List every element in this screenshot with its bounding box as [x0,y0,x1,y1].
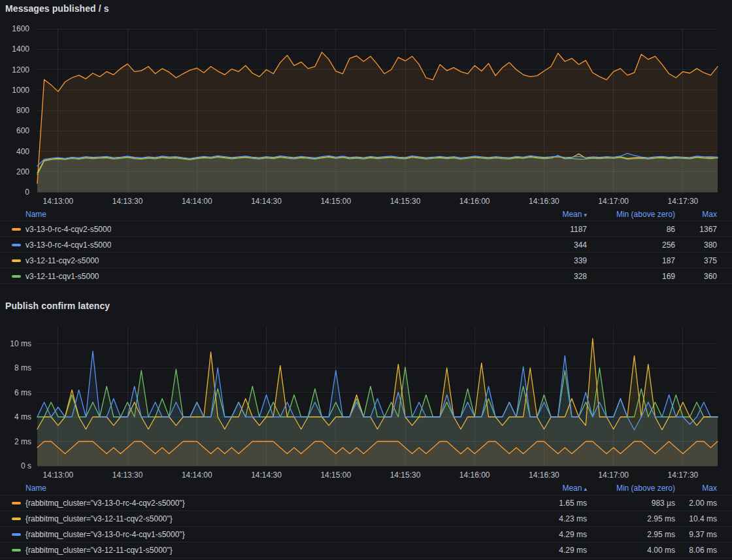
x-axis-tick-label: 14:17:00 [598,197,629,206]
legend-row: {rabbitmq_cluster="v3-12-11-cqv2-s5000"}… [0,511,732,527]
legend-mean-value: 339 [508,256,587,265]
legend-series-toggle[interactable]: v3-12-11-cqv1-s5000 [12,272,508,281]
legend-series-toggle[interactable]: {rabbitmq_cluster="v3-13-0-rc-4-cqv1-s50… [12,530,508,539]
grafana-dashboard: { "panels": [ { "title": "Messages publi… [0,0,732,560]
legend-row: v3-12-11-cqv1-s5000 328 169 360 [0,269,732,284]
x-axis-tick-label: 14:14:00 [182,197,212,206]
x-axis-tick-label: 14:15:30 [390,197,421,206]
legend-header-min[interactable]: Min (above zero) [587,210,675,219]
legend-max-value: 10.4 ms [675,514,717,523]
panel-title-messages-published[interactable]: Messages published / s [5,3,109,14]
y-axis-tick-label: 6 ms [14,388,31,397]
legend-series-toggle[interactable]: v3-12-11-cqv2-s5000 [12,256,508,265]
legend-header-max[interactable]: Max [675,210,717,219]
x-axis-tick-label: 14:16:30 [529,470,559,480]
series-color-swatch [12,244,21,246]
legend-header-row: Name Mean▴ Min (above zero) Max [0,482,732,495]
x-axis-tick-label: 14:15:00 [320,470,351,480]
legend-max-value: 375 [675,256,717,265]
legend-max-value: 9.37 ms [675,530,717,539]
y-axis-tick-label: 400 [16,147,29,156]
y-axis-tick-label: 600 [16,126,29,135]
series-color-swatch [12,518,21,520]
legend-mean-value: 4.29 ms [508,530,587,539]
y-axis-tick-label: 0 s [21,461,31,470]
legend-header-name[interactable]: Name [25,210,508,219]
series-color-swatch [12,259,21,262]
legend-series-toggle[interactable]: v3-13-0-rc-4-cqv2-s5000 [12,225,508,234]
y-axis-tick-label: 800 [16,106,29,115]
y-axis-tick-label: 0 [25,188,29,197]
legend-messages-published: Name Mean▾ Min (above zero) Max v3-13-0-… [0,208,732,284]
y-axis-tick-label: 1600 [12,24,29,33]
x-axis-tick-label: 14:17:00 [598,470,629,480]
x-axis-tick-label: 14:13:00 [43,197,74,206]
x-axis-tick-label: 14:13:30 [112,197,143,206]
y-axis-tick-label: 200 [16,167,29,176]
legend-max-value: 2.00 ms [675,499,717,508]
legend-series-toggle[interactable]: v3-13-0-rc-4-cqv1-s5000 [12,240,508,250]
publish-confirm-latency-chart[interactable]: 0 s2 ms4 ms6 ms8 ms10 ms14:13:0014:13:30… [0,317,732,480]
series-color-swatch [12,502,21,504]
y-axis-tick-label: 1200 [12,65,29,74]
legend-header-mean[interactable]: Mean▴ [508,484,587,493]
legend-min-value: 983 µs [587,499,675,508]
x-axis-tick-label: 14:14:30 [251,470,282,480]
legend-header-max[interactable]: Max [675,484,717,493]
legend-max-value: 1367 [675,225,717,234]
legend-min-value: 86 [587,225,675,234]
legend-mean-value: 328 [508,272,587,281]
legend-row: {rabbitmq_cluster="v3-13-0-rc-4-cqv2-s50… [0,495,732,511]
legend-max-value: 380 [675,240,717,250]
legend-min-value: 169 [587,272,675,281]
legend-mean-value: 1187 [508,225,587,234]
x-axis-tick-label: 14:17:30 [668,470,699,480]
messages-published-chart[interactable]: 0200400600800100012001400160014:13:0014:… [0,24,732,208]
x-axis-tick-label: 14:14:30 [251,197,282,206]
legend-max-value: 360 [675,272,717,281]
series-color-swatch [12,228,21,231]
legend-mean-value: 344 [508,240,587,250]
series-color-swatch [12,549,21,552]
x-axis-tick-label: 14:15:00 [320,197,351,206]
legend-mean-value: 1.65 ms [508,499,587,508]
legend-max-value: 8.06 ms [675,546,717,555]
x-axis-tick-label: 14:15:30 [390,470,421,480]
x-axis-tick-label: 14:17:30 [668,197,699,206]
legend-min-value: 4.00 ms [587,546,675,555]
legend-series-toggle[interactable]: {rabbitmq_cluster="v3-12-11-cqv1-s5000"} [12,546,508,555]
legend-row: v3-12-11-cqv2-s5000 339 187 375 [0,253,732,269]
legend-row: v3-13-0-rc-4-cqv1-s5000 344 256 380 [0,237,732,253]
y-axis-tick-label: 4 ms [14,412,31,421]
x-axis-tick-label: 14:16:00 [459,470,490,480]
series-color-swatch [12,533,21,536]
y-axis-tick-label: 1400 [12,44,29,54]
legend-header-row: Name Mean▾ Min (above zero) Max [0,208,732,222]
legend-mean-value: 4.29 ms [508,546,587,555]
x-axis-tick-label: 14:16:00 [459,197,490,206]
legend-row: {rabbitmq_cluster="v3-12-11-cqv1-s5000"}… [0,542,732,558]
legend-min-value: 187 [587,256,675,265]
y-axis-tick-label: 2 ms [14,437,31,446]
x-axis-tick-label: 14:13:30 [112,470,143,480]
y-axis-tick-label: 1000 [12,86,29,95]
legend-header-min[interactable]: Min (above zero) [587,484,675,493]
legend-header-name[interactable]: Name [25,484,508,493]
legend-min-value: 2.95 ms [587,514,675,523]
legend-min-value: 2.95 ms [587,530,675,539]
legend-mean-value: 4.23 ms [508,514,587,523]
panel-title-publish-confirm-latency[interactable]: Publish confirm latency [5,301,110,311]
x-axis-tick-label: 14:13:00 [43,470,74,480]
legend-series-toggle[interactable]: {rabbitmq_cluster="v3-12-11-cqv2-s5000"} [12,514,508,523]
y-axis-tick-label: 10 ms [10,339,31,348]
x-axis-tick-label: 14:16:30 [529,197,559,206]
y-axis-tick-label: 8 ms [14,363,31,372]
legend-series-toggle[interactable]: {rabbitmq_cluster="v3-13-0-rc-4-cqv2-s50… [12,499,508,508]
legend-publish-confirm-latency: Name Mean▴ Min (above zero) Max {rabbitm… [0,482,732,558]
x-axis-tick-label: 14:14:00 [182,470,212,480]
legend-min-value: 256 [587,240,675,250]
legend-row: v3-13-0-rc-4-cqv2-s5000 1187 86 1367 [0,222,732,237]
legend-header-mean[interactable]: Mean▾ [508,210,587,219]
legend-row: {rabbitmq_cluster="v3-13-0-rc-4-cqv1-s50… [0,527,732,542]
series-color-swatch [12,275,21,278]
